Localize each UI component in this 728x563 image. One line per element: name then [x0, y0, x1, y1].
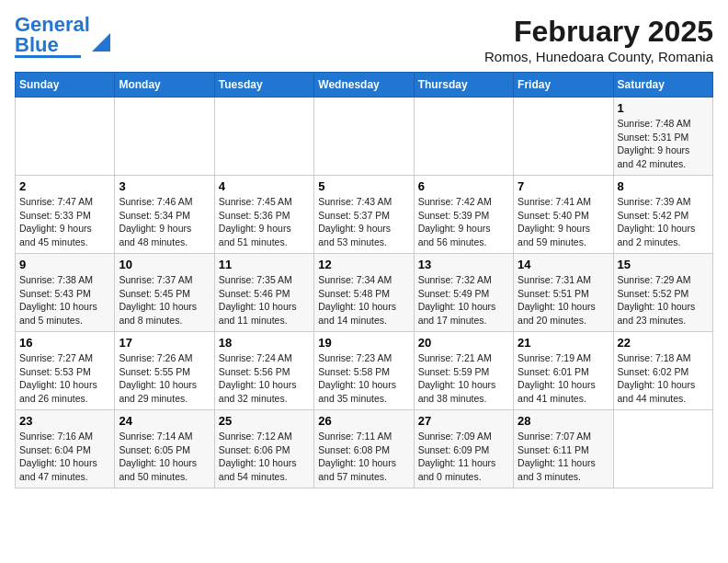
calendar-cell: 27Sunrise: 7:09 AM Sunset: 6:09 PM Dayli… [414, 410, 513, 488]
day-info: Sunrise: 7:18 AM Sunset: 6:02 PM Dayligh… [618, 351, 709, 406]
day-info: Sunrise: 7:31 AM Sunset: 5:51 PM Dayligh… [518, 273, 609, 327]
day-number: 16 [19, 336, 110, 350]
day-number: 6 [418, 179, 509, 193]
calendar-cell: 22Sunrise: 7:18 AM Sunset: 6:02 PM Dayli… [613, 332, 712, 410]
svg-marker-0 [92, 33, 110, 52]
day-info: Sunrise: 7:37 AM Sunset: 5:45 PM Dayligh… [119, 273, 210, 327]
day-info: Sunrise: 7:14 AM Sunset: 6:05 PM Dayligh… [119, 430, 210, 484]
calendar-week-5: 23Sunrise: 7:16 AM Sunset: 6:04 PM Dayli… [16, 410, 713, 488]
day-number: 12 [318, 258, 409, 271]
day-info: Sunrise: 7:39 AM Sunset: 5:42 PM Dayligh… [618, 195, 709, 249]
calendar-cell: 7Sunrise: 7:41 AM Sunset: 5:40 PM Daylig… [514, 176, 613, 254]
header-day-monday: Monday [115, 73, 214, 98]
logo: GeneralBlue [15, 15, 110, 58]
day-info: Sunrise: 7:07 AM Sunset: 6:11 PM Dayligh… [518, 430, 609, 484]
day-info: Sunrise: 7:11 AM Sunset: 6:08 PM Dayligh… [318, 430, 409, 484]
day-info: Sunrise: 7:23 AM Sunset: 5:58 PM Dayligh… [318, 351, 409, 406]
calendar-cell: 17Sunrise: 7:26 AM Sunset: 5:55 PM Dayli… [115, 332, 214, 410]
day-info: Sunrise: 7:24 AM Sunset: 5:56 PM Dayligh… [219, 351, 310, 406]
day-number: 18 [219, 336, 310, 350]
logo-icon [92, 33, 110, 52]
day-info: Sunrise: 7:34 AM Sunset: 5:48 PM Dayligh… [318, 273, 409, 327]
day-info: Sunrise: 7:43 AM Sunset: 5:37 PM Dayligh… [318, 195, 409, 249]
day-info: Sunrise: 7:09 AM Sunset: 6:09 PM Dayligh… [418, 430, 509, 484]
calendar-week-2: 2Sunrise: 7:47 AM Sunset: 5:33 PM Daylig… [16, 176, 713, 254]
header-day-wednesday: Wednesday [314, 73, 414, 98]
calendar-cell: 16Sunrise: 7:27 AM Sunset: 5:53 PM Dayli… [16, 332, 115, 410]
day-info: Sunrise: 7:41 AM Sunset: 5:40 PM Dayligh… [518, 195, 609, 249]
calendar-cell: 23Sunrise: 7:16 AM Sunset: 6:04 PM Dayli… [16, 410, 115, 488]
calendar-cell: 6Sunrise: 7:42 AM Sunset: 5:39 PM Daylig… [414, 176, 513, 254]
calendar-cell [314, 98, 414, 176]
day-info: Sunrise: 7:32 AM Sunset: 5:49 PM Dayligh… [418, 273, 509, 327]
day-number: 25 [219, 414, 310, 428]
day-info: Sunrise: 7:35 AM Sunset: 5:46 PM Dayligh… [219, 273, 310, 327]
calendar-cell: 11Sunrise: 7:35 AM Sunset: 5:46 PM Dayli… [214, 254, 313, 332]
calendar-cell: 24Sunrise: 7:14 AM Sunset: 6:05 PM Dayli… [115, 410, 214, 488]
day-number: 28 [518, 414, 609, 428]
calendar-cell: 12Sunrise: 7:34 AM Sunset: 5:48 PM Dayli… [314, 254, 414, 332]
header-day-tuesday: Tuesday [214, 73, 313, 98]
day-number: 3 [119, 179, 210, 193]
day-info: Sunrise: 7:16 AM Sunset: 6:04 PM Dayligh… [19, 430, 110, 484]
page-header: GeneralBlue February 2025 Romos, Hunedoa… [15, 15, 713, 64]
header-day-saturday: Saturday [613, 73, 712, 98]
day-number: 26 [318, 414, 409, 428]
calendar-cell: 15Sunrise: 7:29 AM Sunset: 5:52 PM Dayli… [613, 254, 712, 332]
calendar-cell [115, 98, 214, 176]
day-number: 2 [19, 179, 110, 193]
calendar-cell: 25Sunrise: 7:12 AM Sunset: 6:06 PM Dayli… [214, 410, 313, 488]
day-info: Sunrise: 7:47 AM Sunset: 5:33 PM Dayligh… [19, 195, 110, 249]
day-info: Sunrise: 7:38 AM Sunset: 5:43 PM Dayligh… [19, 273, 110, 327]
calendar-cell [613, 410, 712, 488]
day-info: Sunrise: 7:42 AM Sunset: 5:39 PM Dayligh… [418, 195, 509, 249]
day-number: 10 [119, 258, 210, 271]
day-number: 20 [418, 336, 509, 350]
title-block: February 2025 Romos, Hunedoara County, R… [484, 15, 713, 64]
day-number: 21 [518, 336, 609, 350]
day-info: Sunrise: 7:45 AM Sunset: 5:36 PM Dayligh… [219, 195, 310, 249]
calendar-cell: 26Sunrise: 7:11 AM Sunset: 6:08 PM Dayli… [314, 410, 414, 488]
day-info: Sunrise: 7:27 AM Sunset: 5:53 PM Dayligh… [19, 351, 110, 406]
day-number: 14 [518, 258, 609, 271]
calendar-cell: 3Sunrise: 7:46 AM Sunset: 5:34 PM Daylig… [115, 176, 214, 254]
calendar-title: February 2025 [484, 15, 713, 49]
calendar-cell: 19Sunrise: 7:23 AM Sunset: 5:58 PM Dayli… [314, 332, 414, 410]
header-day-sunday: Sunday [16, 73, 115, 98]
calendar-cell [214, 98, 313, 176]
calendar-cell: 8Sunrise: 7:39 AM Sunset: 5:42 PM Daylig… [613, 176, 712, 254]
day-info: Sunrise: 7:48 AM Sunset: 5:31 PM Dayligh… [618, 117, 709, 171]
day-number: 15 [618, 258, 709, 271]
calendar-cell: 20Sunrise: 7:21 AM Sunset: 5:59 PM Dayli… [414, 332, 513, 410]
day-number: 17 [119, 336, 210, 350]
calendar-cell [16, 98, 115, 176]
day-number: 11 [219, 258, 310, 271]
calendar-cell: 2Sunrise: 7:47 AM Sunset: 5:33 PM Daylig… [16, 176, 115, 254]
day-number: 27 [418, 414, 509, 428]
calendar-cell: 5Sunrise: 7:43 AM Sunset: 5:37 PM Daylig… [314, 176, 414, 254]
calendar-cell [514, 98, 613, 176]
day-info: Sunrise: 7:26 AM Sunset: 5:55 PM Dayligh… [119, 351, 210, 406]
calendar-week-3: 9Sunrise: 7:38 AM Sunset: 5:43 PM Daylig… [16, 254, 713, 332]
day-info: Sunrise: 7:19 AM Sunset: 6:01 PM Dayligh… [518, 351, 609, 406]
day-number: 24 [119, 414, 210, 428]
day-number: 4 [219, 179, 310, 193]
calendar-table: SundayMondayTuesdayWednesdayThursdayFrid… [15, 72, 713, 488]
day-number: 19 [318, 336, 409, 350]
calendar-cell: 18Sunrise: 7:24 AM Sunset: 5:56 PM Dayli… [214, 332, 313, 410]
calendar-cell [414, 98, 513, 176]
header-day-friday: Friday [514, 73, 613, 98]
day-info: Sunrise: 7:21 AM Sunset: 5:59 PM Dayligh… [418, 351, 509, 406]
calendar-cell: 21Sunrise: 7:19 AM Sunset: 6:01 PM Dayli… [514, 332, 613, 410]
calendar-cell: 13Sunrise: 7:32 AM Sunset: 5:49 PM Dayli… [414, 254, 513, 332]
day-info: Sunrise: 7:29 AM Sunset: 5:52 PM Dayligh… [618, 273, 709, 327]
day-number: 22 [618, 336, 709, 350]
calendar-cell: 1Sunrise: 7:48 AM Sunset: 5:31 PM Daylig… [613, 98, 712, 176]
calendar-cell: 9Sunrise: 7:38 AM Sunset: 5:43 PM Daylig… [16, 254, 115, 332]
calendar-cell: 14Sunrise: 7:31 AM Sunset: 5:51 PM Dayli… [514, 254, 613, 332]
calendar-cell: 4Sunrise: 7:45 AM Sunset: 5:36 PM Daylig… [214, 176, 313, 254]
day-number: 23 [19, 414, 110, 428]
day-number: 13 [418, 258, 509, 271]
day-number: 9 [19, 258, 110, 271]
day-number: 1 [618, 101, 709, 115]
